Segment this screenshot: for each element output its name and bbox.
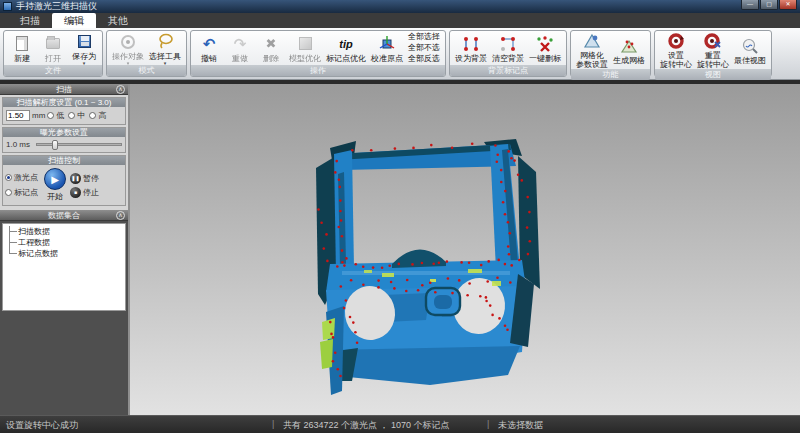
scan-panel-header: 扫描 ∧	[0, 84, 128, 95]
close-button[interactable]: ✕	[779, 0, 797, 10]
stop-scan-button[interactable]: ■ 停止	[70, 187, 99, 198]
resolution-low-radio[interactable]	[47, 112, 54, 119]
delete-markers-button[interactable]: 一键删标	[527, 34, 563, 63]
undo-label: 撤销	[201, 54, 217, 63]
resolution-high-radio[interactable]	[89, 112, 96, 119]
best-view-button[interactable]: 最佳视图	[732, 36, 768, 65]
model-optimize-icon	[299, 37, 312, 50]
ribbon: 新建 打开 保存为 ▾ 文件 操作对象 ▾	[0, 28, 800, 80]
select-none-button[interactable]: 全部不选	[408, 43, 440, 53]
operate-object-button[interactable]: 操作对象 ▾	[110, 32, 146, 65]
select-all-button[interactable]: 全部选择	[408, 32, 440, 42]
sidebar: 扫描 ∧ 扫描解析度设置 (0.1 ~ 3.0) mm 低 中 高	[0, 84, 130, 415]
select-tool-button[interactable]: 选择工具 ▾	[147, 32, 183, 65]
resolution-input[interactable]	[6, 110, 30, 121]
set-rotation-center-label: 设置 旋转中心	[660, 51, 692, 69]
select-invert-button[interactable]: 全部反选	[408, 54, 440, 64]
model-optimize-button[interactable]: 模型优化	[287, 34, 323, 63]
tree-item-project-data[interactable]: 工程数据	[7, 237, 125, 248]
tree-item-marker-data[interactable]: 标记点数据	[7, 248, 125, 259]
delete-markers-icon	[536, 36, 554, 52]
set-rotation-center-button[interactable]: 设置 旋转中心	[658, 31, 694, 69]
reset-rotation-center-button[interactable]: 重置 旋转中心	[695, 31, 731, 69]
chevron-down-icon: ▾	[83, 61, 86, 65]
exposure-value: 1.0 ms	[6, 140, 30, 149]
title-bar: 手持激光三维扫描仪 — ▢ ✕	[0, 0, 800, 13]
resolution-group: 扫描解析度设置 (0.1 ~ 3.0) mm 低 中 高	[2, 97, 126, 125]
scan-control-group: 扫描控制 激光点 标记点	[2, 155, 126, 206]
marker-optimize-button[interactable]: tip 标记点优化	[324, 34, 368, 63]
tree-item-scan-data[interactable]: 扫描数据	[7, 226, 125, 237]
resolution-mid-label: 中	[77, 110, 85, 121]
exposure-slider-thumb[interactable]	[52, 140, 58, 150]
undo-button[interactable]: ↶ 撤销	[194, 34, 224, 63]
resolution-high-label: 高	[98, 110, 106, 121]
mesh-params-button[interactable]: 网格化 参数设置	[574, 31, 610, 69]
tab-scan[interactable]: 扫描	[8, 13, 52, 28]
laser-points-radio[interactable]	[5, 174, 12, 181]
undo-icon: ↶	[203, 36, 216, 51]
clear-background-label: 清空背景	[492, 54, 524, 63]
stop-icon: ■	[70, 187, 81, 198]
resolution-mid-radio[interactable]	[68, 112, 75, 119]
status-message: 设置旋转中心成功	[6, 419, 78, 432]
ribbon-group-operations: ↶ 撤销 ↷ 重做 ✖ 删除 模型优化 tip 标记点优化	[190, 30, 446, 77]
group-label-background-markers: 背景标记点	[450, 65, 566, 76]
status-divider: |	[487, 419, 489, 429]
laser-points-label: 激光点	[14, 172, 38, 183]
scan-panel-title: 扫描	[0, 84, 128, 95]
redo-button[interactable]: ↷ 重做	[225, 34, 255, 63]
set-background-button[interactable]: 设为背景	[453, 34, 489, 63]
marker-points-label: 标记点	[14, 187, 38, 198]
new-button[interactable]: 新建	[7, 34, 37, 63]
group-label-function: 功能	[571, 69, 650, 80]
new-file-icon	[16, 36, 28, 51]
resolution-group-title: 扫描解析度设置 (0.1 ~ 3.0)	[3, 98, 125, 107]
app-logo-icon	[3, 2, 12, 11]
maximize-button[interactable]: ▢	[760, 0, 778, 10]
lasso-icon	[157, 33, 174, 50]
resolution-unit: mm	[32, 111, 45, 120]
set-rotation-center-icon	[667, 32, 685, 50]
tab-edit[interactable]: 编辑	[52, 13, 96, 28]
window-title: 手持激光三维扫描仪	[16, 0, 97, 13]
collapse-icon[interactable]: ∧	[116, 211, 125, 220]
resolution-low-label: 低	[56, 110, 64, 121]
group-label-mode: 模式	[107, 65, 186, 76]
save-as-button[interactable]: 保存为 ▾	[69, 32, 99, 65]
collapse-icon[interactable]: ∧	[116, 85, 125, 94]
start-scan-button[interactable]: ▶	[44, 168, 66, 190]
best-view-icon	[741, 37, 759, 55]
reset-rotation-center-icon	[704, 32, 722, 50]
play-icon: ▶	[51, 174, 59, 185]
ribbon-tab-row: 扫描 编辑 其他	[0, 13, 800, 28]
calibrate-origin-button[interactable]: 校准原点	[369, 34, 405, 63]
exposure-group-title: 曝光参数设置	[3, 128, 125, 137]
redo-icon: ↷	[234, 36, 247, 51]
exposure-slider[interactable]	[36, 143, 122, 146]
chevron-down-icon: ▾	[127, 61, 130, 65]
generate-mesh-icon	[620, 38, 638, 54]
redo-label: 重做	[232, 54, 248, 63]
scan-panel-body: 扫描解析度设置 (0.1 ~ 3.0) mm 低 中 高 曝光参数设置	[0, 95, 128, 210]
status-point-counts: 共有 2634722 个激光点 ， 1070 个标记点	[283, 419, 450, 432]
open-button[interactable]: 打开	[38, 34, 68, 63]
minimize-button[interactable]: —	[741, 0, 759, 10]
delete-icon: ✖	[266, 36, 277, 51]
best-view-label: 最佳视图	[734, 56, 766, 65]
pause-icon: ❚❚	[70, 173, 81, 184]
chevron-down-icon: ▾	[164, 61, 167, 65]
stop-label: 停止	[83, 187, 99, 198]
generate-mesh-button[interactable]: 生成网格	[611, 36, 647, 65]
tab-other[interactable]: 其他	[96, 13, 140, 28]
clear-background-button[interactable]: 清空背景	[490, 34, 526, 63]
group-label-view: 视图	[655, 69, 771, 80]
status-divider: |	[272, 419, 274, 429]
delete-button[interactable]: ✖ 删除	[256, 34, 286, 63]
ribbon-group-function: 网格化 参数设置 生成网格 功能	[570, 30, 651, 77]
marker-points-radio[interactable]	[5, 189, 12, 196]
ribbon-group-view: 设置 旋转中心 重置 旋转中心	[654, 30, 772, 77]
pause-scan-button[interactable]: ❚❚ 暂停	[70, 173, 99, 184]
viewport-3d[interactable]	[130, 84, 800, 415]
marker-optimize-label: 标记点优化	[326, 54, 366, 63]
